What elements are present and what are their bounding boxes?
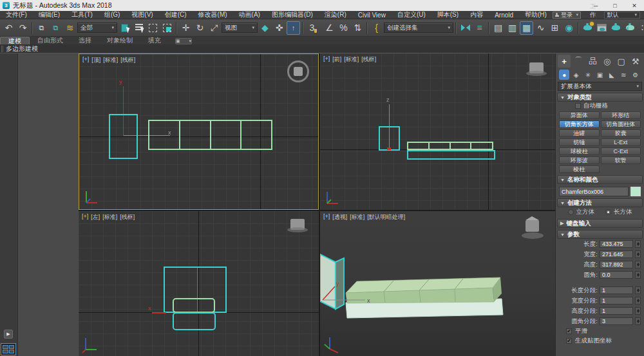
l-ext-button[interactable]: L-Ext: [601, 138, 641, 146]
menu-item-graph-editors[interactable]: 图形编辑器(D): [266, 10, 319, 19]
spinner[interactable]: [635, 317, 641, 325]
cameras-category-icon[interactable]: ▣: [594, 70, 605, 80]
display-tab-icon[interactable]: ▢: [615, 55, 628, 68]
ribbon-tab-selection[interactable]: 选择: [71, 37, 99, 44]
c-ext-button[interactable]: C-Ext: [601, 147, 641, 155]
oiltank-button[interactable]: 油罐: [559, 129, 600, 137]
modify-tab-icon[interactable]: ⌒: [572, 55, 585, 68]
helpers-category-icon[interactable]: ◣: [607, 70, 617, 80]
ringwave-button[interactable]: 环形波: [559, 156, 600, 164]
scene-explorer-icon[interactable]: ▤: [491, 21, 505, 35]
lights-category-icon[interactable]: ✳: [583, 70, 593, 80]
create-tab-icon[interactable]: +: [558, 55, 571, 68]
unlink-selection-icon[interactable]: ⧉: [49, 21, 62, 35]
spinner[interactable]: [635, 271, 641, 279]
utilities-tab-icon[interactable]: ⚒: [629, 55, 642, 68]
spindle-button[interactable]: 纺锤: [559, 138, 600, 146]
chamferbox-wire-top[interactable]: [109, 114, 138, 159]
open-autodesk-app-icon[interactable]: ∷: [638, 21, 644, 35]
layer-manager-icon[interactable]: ▥: [506, 21, 519, 35]
ribbon-tab-populate[interactable]: 填充: [140, 37, 169, 44]
fillet-input[interactable]: 0.0: [600, 271, 633, 279]
viewport-shading-label[interactable]: [默认明暗处理]: [367, 213, 405, 221]
render-production-icon[interactable]: [609, 21, 623, 35]
ribbon-tab-modeling[interactable]: 建模: [0, 37, 30, 44]
rectangular-selection-region-icon[interactable]: [146, 21, 160, 35]
viewport-menu-icon[interactable]: [+]: [82, 56, 89, 64]
curve-editor-icon[interactable]: ∿: [534, 21, 547, 35]
select-and-move-icon[interactable]: ✛: [179, 21, 193, 35]
menu-item-group[interactable]: 组(G): [99, 10, 126, 19]
menu-item-edit[interactable]: 编辑(E): [33, 10, 66, 19]
align-icon[interactable]: ≡: [473, 21, 486, 35]
hose-button[interactable]: 软管: [601, 156, 641, 164]
material-editor-icon[interactable]: ◉: [562, 21, 576, 35]
rollout-keyboard-entry[interactable]: ▶ 键盘输入: [557, 219, 643, 228]
mapping-coords-checkbox[interactable]: ✔: [566, 338, 572, 344]
menu-item-file[interactable]: 文件(F): [0, 10, 33, 19]
hierarchy-tab-icon[interactable]: 品: [586, 55, 599, 68]
spinner[interactable]: [635, 240, 641, 248]
rendered-frame-window-icon[interactable]: [595, 21, 609, 35]
viewport-menu-icon[interactable]: [+]: [323, 55, 330, 64]
named-selection-sets-dropdown[interactable]: 创建选择集 ▾: [384, 23, 453, 33]
spinner[interactable]: [635, 286, 641, 294]
viewport-top[interactable]: [+] [顶] [标准] [线框] y x: [79, 53, 319, 210]
chamfercyl-button[interactable]: 切角圆柱体: [601, 120, 641, 128]
menu-item-content[interactable]: 内容: [464, 10, 489, 19]
chamferbox-3d-front[interactable]: [320, 254, 336, 309]
viewport-shading-label[interactable]: [线框]: [120, 56, 135, 64]
keyboard-override-toggle-icon[interactable]: ↑: [287, 21, 300, 35]
menu-item-views[interactable]: 视图(V): [126, 10, 158, 19]
chamferbox-button[interactable]: 切角长方体: [559, 120, 600, 128]
use-pivot-center-icon[interactable]: ◆: [258, 21, 272, 35]
login-dropdown[interactable]: 登录 ▾: [553, 12, 581, 19]
gengon-button[interactable]: 球棱柱: [559, 147, 600, 155]
autogrid-checkbox[interactable]: [575, 103, 581, 109]
viewport-style-label[interactable]: [标准]: [102, 213, 117, 221]
viewport-front[interactable]: [+] [前] [标准] [线框] z: [320, 53, 555, 210]
menu-item-civil-view[interactable]: Civil View: [352, 12, 392, 19]
angle-snap-icon[interactable]: ∠: [323, 21, 336, 35]
length-segs-input[interactable]: 1: [600, 286, 633, 294]
ribbon-toggle-icon[interactable]: ▦: [520, 21, 533, 35]
ribbon-tab-freeform[interactable]: 自由形式: [30, 37, 71, 44]
sofa-cushion-wire-left[interactable]: [173, 298, 215, 313]
viewcube[interactable]: [522, 216, 544, 239]
select-and-rotate-icon[interactable]: ↻: [193, 21, 207, 35]
menu-item-rendering[interactable]: 渲染(R): [319, 10, 352, 19]
undo-icon[interactable]: ↶: [2, 21, 15, 35]
motion-tab-icon[interactable]: ◎: [601, 55, 614, 68]
menu-item-help[interactable]: 帮助(H): [519, 10, 553, 19]
select-and-manipulate-icon[interactable]: ✜: [272, 21, 286, 35]
select-object-icon[interactable]: [118, 21, 131, 35]
height-segs-input[interactable]: 1: [600, 307, 633, 315]
hedra-button[interactable]: 异面体: [559, 111, 600, 119]
perspective-scene[interactable]: y x: [320, 211, 555, 356]
bind-to-spacewarp-icon[interactable]: ≋: [63, 21, 77, 35]
select-by-name-icon[interactable]: [132, 21, 146, 35]
mirror-icon[interactable]: [459, 21, 472, 35]
spinner[interactable]: [635, 261, 641, 268]
spinner[interactable]: [635, 307, 641, 315]
render-in-cloud-icon[interactable]: [623, 21, 637, 35]
viewport-perspective[interactable]: [+] [透视] [标准] [默认明暗处理] y: [320, 211, 555, 356]
spinner[interactable]: [635, 297, 641, 304]
menu-item-animation[interactable]: 动画(A): [233, 10, 266, 19]
geometry-category-icon[interactable]: ●: [559, 70, 569, 80]
select-and-link-icon[interactable]: ⧉: [35, 21, 48, 35]
menu-item-arnold[interactable]: Arnold: [489, 12, 519, 19]
capsule-button[interactable]: 胶囊: [601, 129, 641, 137]
ribbon-expand-button[interactable]: ▶: [4, 330, 13, 339]
reference-coordinate-dropdown[interactable]: 视图 ▾: [222, 23, 258, 33]
spinner-snap-icon[interactable]: ⇅: [351, 21, 365, 35]
smooth-checkbox[interactable]: ✔: [566, 328, 572, 334]
spacewarps-category-icon[interactable]: ≋: [618, 70, 629, 80]
length-input[interactable]: 433.475: [600, 240, 633, 248]
rollout-name-color[interactable]: ▼ 名称和颜色: [557, 175, 643, 184]
viewport-style-label[interactable]: [标准]: [103, 56, 118, 64]
width-segs-input[interactable]: 1: [600, 297, 633, 304]
select-and-scale-icon[interactable]: ⤢: [207, 21, 221, 35]
menu-item-tools[interactable]: 工具(T): [66, 10, 99, 19]
app-icon[interactable]: 3: [3, 2, 10, 9]
